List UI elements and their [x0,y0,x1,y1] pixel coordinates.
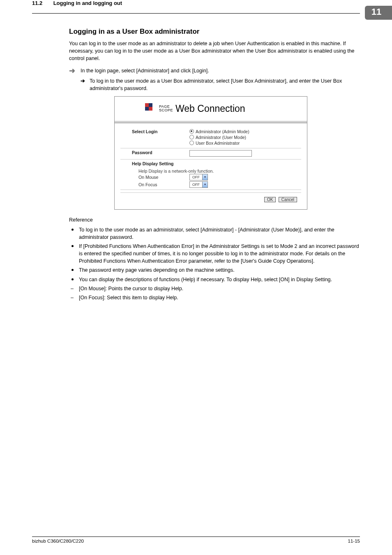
login-radio-option[interactable]: User Box Administrator [189,141,297,146]
logo-big-text: Web Connection [175,103,245,114]
pagescope-logo-icon [145,103,156,114]
section-number: 11.2 [32,0,52,6]
login-radio-group: Administrator (Admin Mode)Administrator … [189,129,297,146]
login-panel: PAGE SCOPE Web Connection Select Login A… [114,96,307,210]
reference-item: You can display the descriptions of func… [77,276,360,283]
select-login-label: Select Login [132,129,189,146]
reference-heading: Reference [69,217,360,223]
step-sub-text: To log in to the user mode as a User Box… [90,77,360,92]
on-mouse-select[interactable]: OFF ▾ [189,174,208,180]
page-header: 11.2 Logging in and logging out [32,0,360,14]
help-display-setting-label: Help Display Setting [132,161,189,166]
reference-item: [On Mouse]: Points the cursor to display… [77,285,360,292]
step-arrow-icon: ➜ [69,67,81,74]
password-label: Password [132,150,189,157]
radio-icon [189,141,194,145]
on-focus-label: On Focus [138,182,189,187]
footer-right: 11-15 [348,539,360,543]
cancel-button[interactable]: Cancel [279,197,297,202]
substep-arrow-icon: ➔ [81,77,90,85]
intro-paragraph: You can log in to the user mode as an ad… [69,40,360,62]
radio-label: Administrator (User Mode) [196,135,246,140]
reference-item: To log in to the user mode as an adminis… [77,226,360,241]
password-input[interactable] [189,150,252,157]
ok-button[interactable]: OK [264,197,276,202]
reference-item: If [Prohibited Functions When Authentica… [77,243,360,265]
radio-label: Administrator (Admin Mode) [196,129,249,134]
reference-item: The password entry page varies depending… [77,266,360,274]
login-radio-option[interactable]: Administrator (Admin Mode) [189,129,297,134]
logo-small-text: PAGE SCOPE [159,105,173,112]
step-main-text: In the login page, select [Administrator… [81,67,209,74]
chevron-down-icon: ▾ [202,182,208,187]
reference-list: To log in to the user mode as an adminis… [69,226,360,301]
login-radio-option[interactable]: Administrator (User Mode) [189,135,297,140]
chapter-number-badge: 11 [365,6,392,20]
footer-left: bizhub C360/C280/C220 [32,539,84,543]
section-title: Logging in and logging out [53,0,122,6]
reference-item: [On Focus]: Select this item to display … [77,294,360,301]
radio-icon [189,129,194,134]
on-mouse-label: On Mouse [138,175,189,180]
chevron-down-icon: ▾ [202,174,208,180]
page-footer: bizhub C360/C280/C220 11-15 [32,536,360,543]
help-note: Help Display is a network-only function. [120,168,301,173]
radio-label: User Box Administrator [196,141,240,146]
on-focus-select[interactable]: OFF ▾ [189,181,208,188]
radio-icon [189,135,194,139]
page-title: Logging in as a User Box administrator [69,28,360,36]
